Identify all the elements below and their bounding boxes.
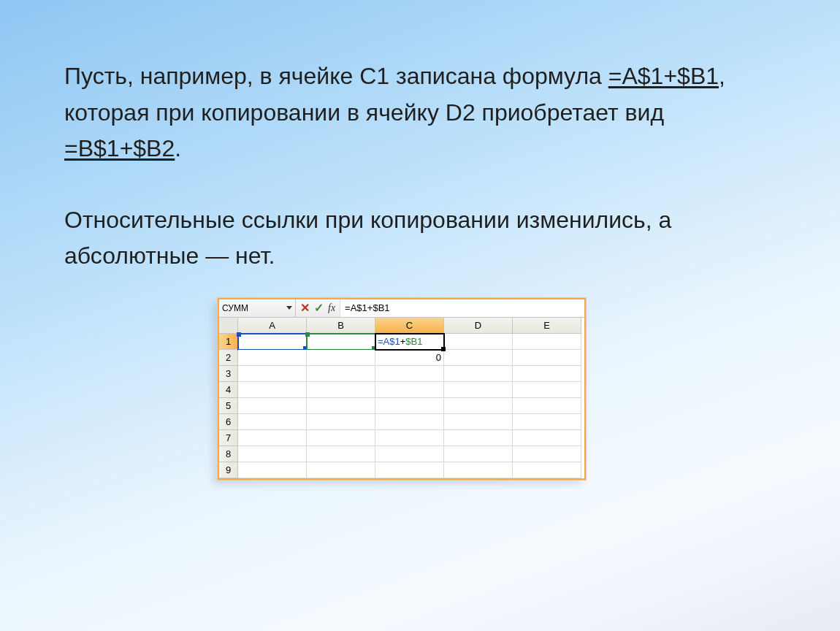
col-header-e[interactable]: E <box>513 318 581 334</box>
p1-text-a: Пусть, например, в ячейке C1 записана фо… <box>64 63 608 89</box>
formula-bar-buttons: ✕ ✓ fx <box>296 299 340 317</box>
cell-a9[interactable] <box>238 462 307 478</box>
formula-bar-row: СУММ ✕ ✓ fx =A$1+$B1 <box>219 299 584 318</box>
cell-c8[interactable] <box>375 446 444 462</box>
cell-b4[interactable] <box>307 382 375 398</box>
paragraph-2: Относительные ссылки при копировании изм… <box>64 202 776 275</box>
cell-d4[interactable] <box>444 382 513 398</box>
cancel-icon[interactable]: ✕ <box>300 301 310 315</box>
cell-b2[interactable] <box>307 350 375 366</box>
cell-c6[interactable] <box>375 414 444 430</box>
cell-b7[interactable] <box>307 430 375 446</box>
row-header-5[interactable]: 5 <box>219 398 238 414</box>
name-box-dropdown-icon[interactable] <box>286 306 292 310</box>
cell-d7[interactable] <box>444 430 513 446</box>
formula-bar-input[interactable]: =A$1+$B1 <box>340 299 584 317</box>
col-header-b[interactable]: B <box>307 318 375 334</box>
col-header-a[interactable]: A <box>238 318 307 334</box>
cell-a3[interactable] <box>238 366 307 382</box>
row-header-4[interactable]: 4 <box>219 382 238 398</box>
cell-e5[interactable] <box>513 398 581 414</box>
spreadsheet-grid: A B C D E 1 =A$1+$B1 2 0 3 4 <box>219 318 584 478</box>
cell-d2[interactable] <box>444 350 513 366</box>
row-header-3[interactable]: 3 <box>219 366 238 382</box>
cell-a2[interactable] <box>238 350 307 366</box>
row-header-6[interactable]: 6 <box>219 414 238 430</box>
paragraph-1: Пусть, например, в ячейке C1 записана фо… <box>64 58 776 167</box>
cell-a7[interactable] <box>238 430 307 446</box>
cell-c9[interactable] <box>375 462 444 478</box>
cell-e7[interactable] <box>513 430 581 446</box>
cell-c1-tok2: $B1 <box>405 336 422 347</box>
name-box-value: СУММ <box>222 303 248 313</box>
cell-c1-tok1: =A$1 <box>378 336 400 347</box>
cell-b8[interactable] <box>307 446 375 462</box>
cell-c2[interactable]: 0 <box>375 350 444 366</box>
row-header-8[interactable]: 8 <box>219 446 238 462</box>
formula-2: =B$1+$B2 <box>64 135 175 161</box>
name-box[interactable]: СУММ <box>219 299 296 317</box>
cell-e4[interactable] <box>513 382 581 398</box>
cell-a4[interactable] <box>238 382 307 398</box>
accept-icon[interactable]: ✓ <box>314 301 324 315</box>
p1-text-c: . <box>175 135 181 161</box>
cell-a1[interactable] <box>238 334 307 350</box>
cell-a8[interactable] <box>238 446 307 462</box>
cell-c1[interactable]: =A$1+$B1 <box>375 334 444 350</box>
cell-a5[interactable] <box>238 398 307 414</box>
cell-d9[interactable] <box>444 462 513 478</box>
fx-icon[interactable]: fx <box>328 302 335 314</box>
cell-c4[interactable] <box>375 382 444 398</box>
row-header-9[interactable]: 9 <box>219 462 238 478</box>
row-header-2[interactable]: 2 <box>219 350 238 366</box>
cell-d3[interactable] <box>444 366 513 382</box>
cell-a6[interactable] <box>238 414 307 430</box>
col-header-d[interactable]: D <box>444 318 513 334</box>
row-header-7[interactable]: 7 <box>219 430 238 446</box>
cell-b6[interactable] <box>307 414 375 430</box>
cell-e6[interactable] <box>513 414 581 430</box>
cell-d1[interactable] <box>444 334 513 350</box>
cell-d8[interactable] <box>444 446 513 462</box>
formula-1: =A$1+$B1 <box>608 63 719 89</box>
cell-e9[interactable] <box>513 462 581 478</box>
cell-b5[interactable] <box>307 398 375 414</box>
cell-e3[interactable] <box>513 366 581 382</box>
cell-c3[interactable] <box>375 366 444 382</box>
cell-e2[interactable] <box>513 350 581 366</box>
select-all-corner[interactable] <box>219 318 238 334</box>
cell-e1[interactable] <box>513 334 581 350</box>
cell-d5[interactable] <box>444 398 513 414</box>
cell-c7[interactable] <box>375 430 444 446</box>
cell-b3[interactable] <box>307 366 375 382</box>
cell-e8[interactable] <box>513 446 581 462</box>
col-header-c[interactable]: C <box>375 318 444 334</box>
excel-screenshot: СУММ ✕ ✓ fx =A$1+$B1 A B C D E 1 =A$1+$B… <box>218 298 586 480</box>
row-header-1[interactable]: 1 <box>219 334 238 350</box>
cell-b1[interactable] <box>307 334 375 350</box>
cell-c5[interactable] <box>375 398 444 414</box>
cell-d6[interactable] <box>444 414 513 430</box>
cell-b9[interactable] <box>307 462 375 478</box>
